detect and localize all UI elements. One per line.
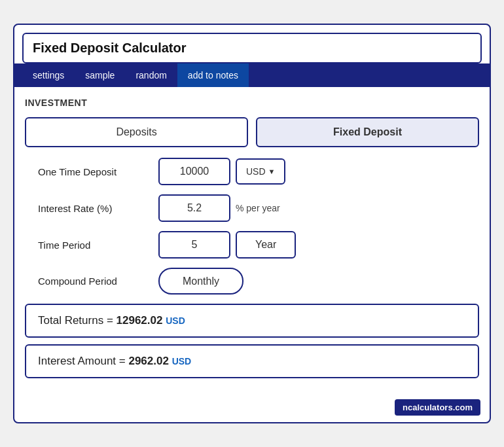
page-title: Fixed Deposit Calculator	[33, 41, 187, 55]
interest-rate-row: Interest Rate (%) % per year	[25, 194, 479, 222]
compound-period-select[interactable]: Monthly Quarterly Annually Daily	[158, 268, 243, 295]
one-time-deposit-input[interactable]	[158, 158, 230, 185]
time-period-input[interactable]	[158, 231, 230, 259]
total-returns-label: Total Returns =	[38, 314, 113, 327]
one-time-deposit-inputs: USD ▼	[158, 158, 285, 185]
footer-brand: ncalculators.com	[14, 395, 490, 422]
fixed-deposit-btn[interactable]: Fixed Deposit	[256, 117, 479, 147]
nav-random[interactable]: random	[125, 63, 177, 87]
one-time-deposit-label: One Time Deposit	[27, 166, 158, 177]
compound-period-row: Compound Period Monthly Quarterly Annual…	[25, 268, 479, 295]
currency-label: USD	[246, 166, 266, 177]
time-period-unit-btn[interactable]: Year	[236, 231, 296, 259]
interest-amount-value: 2962.02	[128, 355, 168, 367]
chevron-down-icon: ▼	[268, 168, 276, 175]
calculator-container: Fixed Deposit Calculator settings sample…	[13, 24, 491, 423]
compound-period-label: Compound Period	[27, 276, 158, 287]
nav-bar: settings sample random add to notes	[14, 63, 490, 87]
interest-amount-box: Interest Amount = 2962.02 USD	[25, 344, 479, 378]
nav-settings[interactable]: settings	[22, 63, 75, 87]
nav-sample[interactable]: sample	[75, 63, 125, 87]
deposit-type-row: Deposits Fixed Deposit	[25, 117, 479, 147]
compound-period-inputs: Monthly Quarterly Annually Daily	[158, 268, 243, 295]
deposits-btn[interactable]: Deposits	[25, 117, 248, 147]
interest-rate-unit: % per year	[236, 203, 280, 213]
total-returns-box: Total Returns = 12962.02 USD	[25, 304, 479, 338]
interest-rate-input[interactable]	[158, 194, 230, 222]
total-returns-value: 12962.02	[117, 314, 163, 327]
brand-badge: ncalculators.com	[395, 399, 480, 416]
time-period-label: Time Period	[27, 240, 158, 251]
time-period-row: Time Period Year	[25, 231, 479, 259]
interest-amount-label: Interest Amount =	[38, 355, 126, 367]
title-bar: Fixed Deposit Calculator	[22, 33, 482, 63]
time-period-inputs: Year	[158, 231, 296, 259]
content-area: INVESTMENT Deposits Fixed Deposit One Ti…	[14, 87, 490, 395]
nav-add-to-notes[interactable]: add to notes	[177, 63, 249, 87]
one-time-deposit-row: One Time Deposit USD ▼	[25, 158, 479, 185]
total-returns-currency: USD	[166, 315, 185, 326]
interest-rate-inputs: % per year	[158, 194, 280, 222]
section-label: INVESTMENT	[25, 98, 479, 108]
currency-selector[interactable]: USD ▼	[236, 158, 285, 185]
interest-amount-currency: USD	[172, 356, 192, 367]
interest-rate-label: Interest Rate (%)	[27, 203, 158, 214]
